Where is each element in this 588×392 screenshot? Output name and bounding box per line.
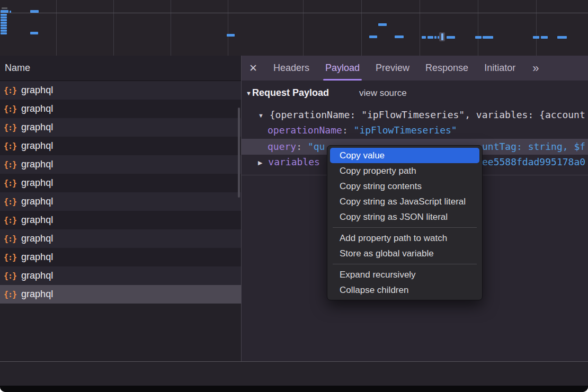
waterfall-bar	[541, 36, 548, 39]
waterfall-bar	[1, 19, 7, 21]
json-braces-icon: {:}	[4, 197, 16, 207]
section-title: Request Payload	[252, 87, 329, 99]
colon: :	[342, 124, 348, 136]
request-name: graphql	[21, 103, 53, 114]
close-icon[interactable]: ✕	[249, 62, 257, 74]
menu-item-store-as-global-variable[interactable]: Store as global variable	[327, 246, 482, 261]
colon: :	[296, 141, 302, 152]
tab-payload[interactable]: Payload	[325, 56, 360, 81]
json-braces-icon: {:}	[4, 271, 16, 281]
json-braces-icon: {:}	[4, 86, 16, 95]
network-overview-timeline[interactable]	[0, 0, 588, 56]
table-row[interactable]: {:}graphql	[0, 100, 241, 118]
waterfall-bar	[369, 35, 377, 38]
table-row[interactable]: {:}graphql	[0, 248, 241, 266]
property-key: operationName	[268, 124, 342, 136]
timeline-selection-tick-bar	[441, 33, 443, 40]
waterfall-bar	[1, 27, 7, 29]
json-braces-icon: {:}	[4, 290, 16, 299]
menu-item-expand-recursively[interactable]: Expand recursively	[327, 267, 482, 282]
table-row[interactable]: {:}graphql	[0, 229, 241, 248]
table-row[interactable]: {:}graphql	[0, 137, 241, 155]
status-footer	[0, 361, 588, 386]
waterfall-bar	[395, 35, 404, 38]
request-name: graphql	[21, 215, 53, 226]
tab-response[interactable]: Response	[425, 56, 468, 81]
waterfall-bar	[422, 36, 426, 39]
menu-item-copy-string-js-literal[interactable]: Copy string as JavaScript literal	[327, 194, 482, 209]
context-menu: Copy value Copy property path Copy strin…	[327, 145, 483, 300]
request-name: graphql	[21, 122, 53, 133]
object-preview: {operationName: "ipFlowTimeseries", vari…	[270, 109, 585, 120]
view-source-link[interactable]: view source	[359, 88, 407, 99]
waterfall-bar	[2, 7, 7, 9]
waterfall-bar	[475, 36, 482, 39]
waterfall-bar	[447, 36, 455, 39]
json-braces-icon: {:}	[4, 253, 16, 262]
table-row[interactable]: {:}graphql	[0, 174, 241, 192]
list-scrollbar-thumb[interactable]	[238, 108, 240, 198]
tab-headers[interactable]: Headers	[273, 56, 309, 81]
json-braces-icon: {:}	[4, 216, 16, 225]
request-name: graphql	[21, 196, 53, 207]
property-key: variables	[268, 156, 320, 167]
menu-item-copy-property-path[interactable]: Copy property path	[327, 163, 482, 179]
waterfall-bar	[557, 36, 567, 39]
request-payload-section-header[interactable]: ▼ Request Payload view source	[242, 87, 407, 99]
name-column-header[interactable]: Name	[0, 56, 241, 81]
request-list-panel: Name {:}graphql {:}graphql {:}graphql {:…	[0, 56, 241, 361]
property-value: "ipFlowTimeseries"	[354, 124, 457, 136]
table-row[interactable]: {:}graphql	[0, 211, 241, 229]
property-value: "qu	[308, 141, 325, 152]
waterfall-bar	[1, 22, 7, 24]
request-name: graphql	[21, 233, 53, 244]
json-braces-icon: {:}	[4, 179, 16, 188]
request-name: graphql	[21, 177, 53, 189]
property-key: query	[268, 141, 296, 152]
more-tabs-icon[interactable]: »	[532, 57, 539, 80]
waterfall-bar	[533, 36, 539, 39]
collapse-triangle-icon[interactable]: ▼	[258, 108, 264, 122]
window-bottom-edge	[0, 386, 588, 392]
waterfall-bar	[1, 30, 7, 32]
waterfall-bar	[1, 16, 7, 19]
table-row-selected[interactable]: {:}graphql	[0, 285, 241, 304]
table-row[interactable]: {:}graphql	[0, 192, 241, 211]
json-braces-icon: {:}	[4, 160, 16, 170]
detail-tabbar: ✕ Headers Payload Preview Response Initi…	[242, 56, 588, 81]
menu-item-copy-string-json-literal[interactable]: Copy string as JSON literal	[327, 209, 482, 225]
json-braces-icon: {:}	[4, 141, 16, 151]
tab-preview[interactable]: Preview	[376, 56, 409, 81]
waterfall-bar	[483, 36, 493, 39]
menu-separator	[333, 264, 477, 264]
json-braces-icon: {:}	[4, 123, 16, 132]
menu-item-collapse-children[interactable]: Collapse children	[327, 282, 482, 298]
query-value-fragment: untTag: string, $f	[482, 139, 585, 155]
menu-item-copy-value[interactable]: Copy value	[330, 148, 479, 163]
request-name: graphql	[21, 85, 53, 96]
waterfall-bar	[30, 10, 39, 13]
table-row[interactable]: {:}graphql	[0, 81, 241, 100]
waterfall-bar	[1, 14, 7, 16]
tree-root-row[interactable]: ▼ {operationName: "ipFlowTimeseries", va…	[242, 108, 588, 122]
json-braces-icon: {:}	[4, 234, 16, 244]
waterfall-bar	[227, 34, 235, 37]
waterfall-bar	[1, 10, 8, 13]
request-rows: {:}graphql {:}graphql {:}graphql {:}grap…	[0, 81, 241, 304]
tab-initiator[interactable]: Initiator	[484, 56, 515, 81]
request-name: graphql	[21, 289, 53, 300]
waterfall-bar	[434, 36, 436, 39]
menu-item-add-property-path-to-watch[interactable]: Add property path to watch	[327, 230, 482, 246]
waterfall-bar	[427, 36, 433, 39]
waterfall-bar	[1, 32, 7, 34]
table-row[interactable]: {:}graphql	[0, 155, 241, 174]
collapse-triangle-icon: ▼	[246, 90, 252, 96]
waterfall-bar	[10, 11, 11, 13]
waterfall-bar	[30, 32, 38, 34]
waterfall-bar	[1, 24, 7, 26]
request-name: graphql	[21, 252, 53, 263]
tree-row-operationname[interactable]: operationName: "ipFlowTimeseries"	[242, 123, 588, 138]
menu-item-copy-string-contents[interactable]: Copy string contents	[327, 179, 482, 194]
table-row[interactable]: {:}graphql	[0, 266, 241, 285]
table-row[interactable]: {:}graphql	[0, 118, 241, 137]
